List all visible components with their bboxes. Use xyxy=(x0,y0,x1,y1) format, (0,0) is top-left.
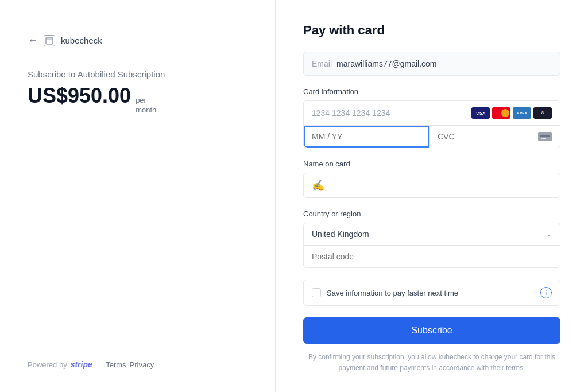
postal-input[interactable] xyxy=(303,245,560,268)
save-info-row: Save information to pay faster next time… xyxy=(303,280,560,306)
card-info-label: Card information xyxy=(303,87,560,96)
svg-rect-3 xyxy=(540,135,550,137)
app-name: kubecheck xyxy=(61,36,102,45)
browser-icon xyxy=(44,35,55,46)
svg-rect-4 xyxy=(541,138,546,139)
footer-divider: | xyxy=(98,360,100,369)
left-content: ← kubecheck Subscribe to Autobilied Subs… xyxy=(28,23,247,115)
name-on-card-label: Name on card xyxy=(303,160,560,168)
cvc-icon xyxy=(538,132,552,141)
email-label: Email xyxy=(312,59,332,68)
powered-by-text: Powered by xyxy=(28,360,67,369)
footer-left: Powered by stripe | Terms Privacy xyxy=(28,360,247,369)
name-input-wrapper: ✍ xyxy=(303,173,560,198)
country-value: United Kingdom xyxy=(312,230,369,239)
main-layout: ← kubecheck Subscribe to Autobilied Subs… xyxy=(0,0,588,392)
back-arrow[interactable]: ← xyxy=(28,34,38,46)
svg-rect-2 xyxy=(540,134,550,140)
pay-title: Pay with card xyxy=(303,23,560,38)
stripe-logo: stripe xyxy=(71,360,92,369)
hand-cursor-icon: ✍ xyxy=(312,179,324,192)
expiry-input[interactable] xyxy=(304,126,430,148)
subscribe-label: Subscribe to Autobilied Subscription xyxy=(28,69,247,79)
save-info-text: Save information to pay faster next time xyxy=(327,289,535,297)
visa-icon: VISA xyxy=(471,107,490,119)
price-row: US$950.00 permonth xyxy=(28,84,247,115)
right-panel: Pay with card Email marawilliams77@gmail… xyxy=(276,0,588,392)
cvc-row xyxy=(430,126,560,148)
mastercard-icon xyxy=(492,107,510,119)
country-dropdown[interactable]: United Kingdom ⌄ xyxy=(303,223,560,245)
chevron-down-icon: ⌄ xyxy=(546,230,552,238)
card-number-row: 1234 1234 1234 1234 VISA AMEX ⊙ xyxy=(304,101,560,126)
card-number-placeholder: 1234 1234 1234 1234 xyxy=(312,108,471,118)
amex-icon: AMEX xyxy=(513,107,531,119)
privacy-link[interactable]: Privacy xyxy=(130,360,154,369)
price-amount: US$950.00 xyxy=(28,84,131,108)
cvc-input[interactable] xyxy=(438,132,538,141)
subscribe-button[interactable]: Subscribe xyxy=(303,317,560,344)
email-value: marawilliams77@gmail.com xyxy=(336,59,436,68)
terms-link[interactable]: Terms xyxy=(106,360,126,369)
diners-icon: ⊙ xyxy=(533,107,552,119)
email-field: Email marawilliams77@gmail.com xyxy=(303,52,560,76)
confirm-text: By confirming your subscription, you all… xyxy=(303,352,560,374)
save-info-checkbox[interactable] xyxy=(312,288,321,297)
country-label: Country or region xyxy=(303,209,560,218)
card-bottom-row xyxy=(304,126,560,148)
price-period: permonth xyxy=(136,96,156,115)
left-panel: ← kubecheck Subscribe to Autobilied Subs… xyxy=(0,0,276,392)
card-icons: VISA AMEX ⊙ xyxy=(471,107,552,119)
card-info-wrapper: 1234 1234 1234 1234 VISA AMEX ⊙ xyxy=(303,100,560,148)
info-icon[interactable]: i xyxy=(540,287,552,298)
svg-rect-0 xyxy=(46,37,53,44)
nav-bar: ← kubecheck xyxy=(28,34,247,46)
name-input[interactable] xyxy=(328,181,552,190)
